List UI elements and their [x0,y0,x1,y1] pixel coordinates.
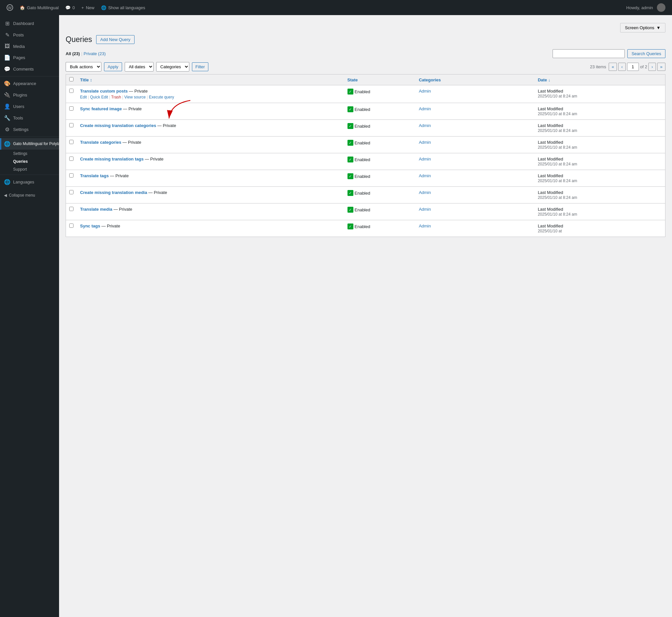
page-number-input[interactable] [627,63,639,71]
admin-bar: W 🏠 Gato Multilingual 💬 0 + New 🌐 Show a… [0,0,672,15]
queries-table: Title ↕ State Categories Date ↓ [66,74,665,237]
enabled-check-icon: ✓ [348,123,354,129]
category-link[interactable]: Admin [419,106,431,111]
sidebar-item-users[interactable]: 👤 Users [0,101,59,112]
row-title-link[interactable]: Translate custom posts [80,88,128,93]
search-input[interactable] [552,49,625,58]
add-new-query-button[interactable]: Add New Query [96,35,135,44]
user-greeting[interactable]: Howdy, admin [624,0,668,15]
enabled-check-icon: ✓ [348,173,354,179]
sidebar-item-dashboard[interactable]: ⊞ Dashboard [0,18,59,29]
category-link[interactable]: Admin [419,173,431,178]
enabled-badge: ✓ Enabled [348,207,371,213]
trash-link[interactable]: Trash [111,95,121,99]
table-row: Translate categories — Private ✓ Enabled… [66,137,665,153]
row-checkbox[interactable] [69,173,73,178]
row-title-cell: Create missing translation categories — … [77,120,344,137]
site-name[interactable]: 🏠 Gato Multilingual [17,0,61,15]
date-value: 2025/01/10 at 8:24 am [538,94,577,98]
header-title[interactable]: Title ↕ [77,74,344,85]
filter-button[interactable]: Filter [192,62,209,71]
row-title-link[interactable]: Sync featured image [80,106,122,111]
sort-icon: ↕ [90,77,92,82]
row-title-cell: Translate tags — Private [77,170,344,187]
table-row: Translate custom posts — Private Edit | … [66,85,665,103]
sidebar-item-appearance[interactable]: 🎨 Appearance [0,78,59,89]
category-link[interactable]: Admin [419,223,431,228]
category-link[interactable]: Admin [419,157,431,162]
row-title-cell: Sync tags — Private [77,220,344,237]
sidebar-item-plugins[interactable]: 🔌 Plugins [0,89,59,101]
category-link[interactable]: Admin [419,88,431,93]
row-title-link[interactable]: Create missing translation media [80,190,147,195]
row-checkbox[interactable] [69,157,73,161]
row-title-link[interactable]: Translate tags [80,173,108,178]
table-row: Create missing translation tags — Privat… [66,153,665,170]
execute-query-link[interactable]: Execute query [149,95,174,99]
enabled-badge: ✓ Enabled [348,223,371,229]
next-page-button[interactable]: › [648,63,656,71]
row-checkbox[interactable] [69,190,73,194]
sidebar-item-comments[interactable]: 💬 Comments [0,63,59,75]
sidebar-item-plugin[interactable]: 🌐 Gato Multilingual for Polylang [0,138,59,150]
row-actions: Edit | Quick Edit | Trash | View source … [80,95,341,99]
dates-filter-select[interactable]: All dates [125,62,154,71]
category-link[interactable]: Admin [419,123,431,128]
quick-edit-link[interactable]: Quick Edit [90,95,108,99]
sidebar-item-pages[interactable]: 📄 Pages [0,52,59,63]
search-queries-button[interactable]: Search Queries [627,49,665,58]
row-title-link[interactable]: Sync tags [80,223,100,228]
sidebar-item-languages[interactable]: 🌐 Languages [0,176,59,188]
row-private-label: — Private [123,140,141,145]
category-link[interactable]: Admin [419,140,431,145]
row-checkbox[interactable] [69,207,73,211]
row-private-label: — Private [148,190,167,195]
category-link[interactable]: Admin [419,190,431,195]
sidebar-item-posts[interactable]: ✎ Posts [0,29,59,41]
header-date[interactable]: Date ↓ [534,74,665,85]
sidebar-item-tools[interactable]: 🔧 Tools [0,112,59,124]
new-content[interactable]: + New [79,0,97,15]
table-row: Sync featured image — Private ✓ Enabled … [66,103,665,120]
row-checkbox[interactable] [69,106,73,111]
table-row: Translate media — Private ✓ Enabled Admi… [66,203,665,220]
submenu-support[interactable]: Support [0,165,59,173]
collapse-menu-button[interactable]: ◀ Collapse menu [0,190,59,200]
category-link[interactable]: Admin [419,207,431,212]
table-row: Sync tags — Private ✓ Enabled Admin [66,220,665,237]
show-languages[interactable]: 🌐 Show all languages [98,0,148,15]
row-title-link[interactable]: Create missing translation categories [80,123,156,128]
enabled-check-icon: ✓ [348,223,354,229]
menu-separator-2 [0,137,59,137]
prev-page-button[interactable]: ‹ [618,63,625,71]
submenu-queries[interactable]: Queries [0,158,59,165]
row-checkbox[interactable] [69,140,73,144]
edit-link[interactable]: Edit [80,95,87,99]
comments-link[interactable]: 💬 0 [63,0,77,15]
row-title-cell: Translate custom posts — Private Edit | … [77,85,344,103]
row-checkbox[interactable] [69,123,73,127]
row-title-link[interactable]: Create missing translation tags [80,157,144,162]
filter-private[interactable]: Private (23) [84,51,105,56]
first-page-button[interactable]: « [609,63,617,71]
row-private-label: — Private [129,88,148,93]
table-row: Create missing translation categories — … [66,120,665,137]
row-checkbox[interactable] [69,223,73,228]
view-source-link[interactable]: View source [125,95,146,99]
select-all-checkbox[interactable] [69,77,73,81]
last-page-button[interactable]: » [657,63,665,71]
wp-logo[interactable]: W [4,0,16,15]
bulk-actions-select[interactable]: Bulk actions [66,62,101,71]
categories-filter-select[interactable]: Categories [156,62,189,71]
enabled-check-icon: ✓ [348,207,354,213]
row-title-link[interactable]: Translate media [80,207,112,212]
sidebar-item-settings[interactable]: ⚙ Settings [0,124,59,135]
screen-options-button[interactable]: Screen Options ▼ [620,23,665,32]
row-title-link[interactable]: Translate categories [80,140,122,145]
apply-button[interactable]: Apply [104,62,122,71]
filter-all[interactable]: All (23) [66,51,80,56]
sidebar-item-media[interactable]: 🖼 Media [0,41,59,52]
row-state-cell: ✓ Enabled [344,85,416,103]
row-checkbox[interactable] [69,88,73,93]
submenu-settings[interactable]: Settings [0,150,59,158]
